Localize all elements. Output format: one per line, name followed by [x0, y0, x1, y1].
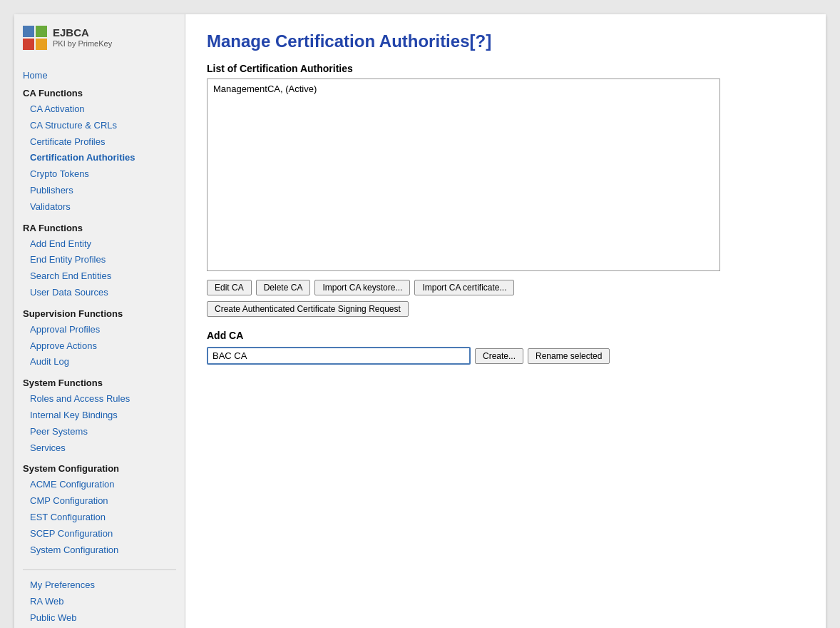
sidebar-item-certification-authorities[interactable]: Certification Authorities — [23, 150, 176, 166]
import-keystore-button[interactable]: Import CA keystore... — [314, 280, 410, 295]
add-ca-row: Create... Rename selected — [207, 347, 804, 365]
sidebar-section-title-ra-functions: RA Functions — [23, 223, 176, 233]
logo-block-blue — [23, 26, 34, 37]
create-ca-button[interactable]: Create... — [475, 348, 523, 364]
sidebar-item-validators[interactable]: Validators — [23, 199, 176, 216]
main-content: Manage Certification Authorities[?] List… — [185, 14, 826, 628]
sidebar-item-roles-access-rules[interactable]: Roles and Access Rules — [23, 391, 176, 407]
ca-action-buttons: Edit CA Delete CA Import CA keystore... … — [207, 280, 804, 295]
ca-list-title: List of Certification Authorities — [207, 63, 804, 74]
sidebar-bottom-ra-web[interactable]: RA Web — [23, 594, 176, 610]
ca-list-box[interactable]: ManagementCA, (Active) — [207, 78, 720, 271]
sidebar-section-title-system-functions: System Functions — [23, 378, 176, 388]
sidebar-item-audit-log[interactable]: Audit Log — [23, 354, 176, 370]
sidebar-item-end-entity-profiles[interactable]: End Entity Profiles — [23, 252, 176, 268]
sidebar-item-certificate-profiles[interactable]: Certificate Profiles — [23, 134, 176, 151]
add-ca-section: Add CA Create... Rename selected — [207, 330, 804, 365]
sidebar-bottom-links: My PreferencesRA WebPublic WebDocumentat… — [23, 577, 176, 628]
import-certificate-button[interactable]: Import CA certificate... — [414, 280, 514, 295]
sidebar-bottom-public-web[interactable]: Public Web — [23, 610, 176, 627]
sidebar-item-system-config[interactable]: System Configuration — [23, 542, 176, 559]
logo-block-orange — [36, 39, 47, 50]
logo-block-red — [23, 39, 34, 50]
logo-text: EJBCA PKI by PrimeKey — [53, 26, 112, 49]
sidebar-item-peer-systems[interactable]: Peer Systems — [23, 424, 176, 440]
sidebar-item-scep-config[interactable]: SCEP Configuration — [23, 526, 176, 542]
sidebar: EJBCA PKI by PrimeKey Home CA FunctionsC… — [14, 14, 185, 628]
logo-title: EJBCA — [53, 26, 112, 39]
sidebar-item-internal-key-bindings[interactable]: Internal Key Bindings — [23, 407, 176, 424]
sidebar-item-user-data-sources[interactable]: User Data Sources — [23, 285, 176, 301]
ca-list-item[interactable]: ManagementCA, (Active) — [210, 82, 717, 96]
sidebar-item-search-end-entities[interactable]: Search End Entities — [23, 268, 176, 285]
delete-ca-button[interactable]: Delete CA — [256, 280, 311, 295]
sidebar-item-services[interactable]: Services — [23, 440, 176, 457]
sidebar-item-add-end-entity[interactable]: Add End Entity — [23, 236, 176, 253]
sidebar-item-ca-structure-crls[interactable]: CA Structure & CRLs — [23, 118, 176, 134]
logo-icon — [23, 26, 47, 50]
sidebar-item-approval-profiles[interactable]: Approval Profiles — [23, 322, 176, 338]
sidebar-item-crypto-tokens[interactable]: Crypto Tokens — [23, 166, 176, 183]
sidebar-sections: CA FunctionsCA ActivationCA Structure & … — [23, 88, 176, 558]
edit-ca-button[interactable]: Edit CA — [207, 280, 252, 295]
sidebar-section-title-ca-functions: CA Functions — [23, 88, 176, 98]
logo-area: EJBCA PKI by PrimeKey — [23, 26, 176, 57]
logo-subtitle: PKI by PrimeKey — [53, 39, 112, 49]
sidebar-item-acme-config[interactable]: ACME Configuration — [23, 477, 176, 493]
ca-list-items: ManagementCA, (Active) — [210, 82, 717, 96]
page-title: Manage Certification Authorities[?] — [207, 31, 804, 51]
add-ca-title: Add CA — [207, 330, 804, 341]
sidebar-home-link[interactable]: Home — [23, 70, 176, 81]
sidebar-section-title-supervision-functions: Supervision Functions — [23, 308, 176, 319]
sidebar-item-approve-actions[interactable]: Approve Actions — [23, 338, 176, 355]
sidebar-item-ca-activation[interactable]: CA Activation — [23, 101, 176, 118]
logo-block-green — [36, 26, 47, 37]
csr-button-row: Create Authenticated Certificate Signing… — [207, 301, 804, 317]
sidebar-item-publishers[interactable]: Publishers — [23, 183, 176, 199]
sidebar-item-est-config[interactable]: EST Configuration — [23, 510, 176, 526]
add-ca-input[interactable] — [207, 347, 471, 365]
sidebar-bottom-my-preferences[interactable]: My Preferences — [23, 577, 176, 594]
create-csr-button[interactable]: Create Authenticated Certificate Signing… — [207, 301, 409, 317]
sidebar-item-cmp-config[interactable]: CMP Configuration — [23, 493, 176, 510]
sidebar-section-title-system-configuration: System Configuration — [23, 463, 176, 474]
rename-selected-button[interactable]: Rename selected — [528, 348, 610, 364]
sidebar-bottom: My PreferencesRA WebPublic WebDocumentat… — [23, 569, 176, 628]
